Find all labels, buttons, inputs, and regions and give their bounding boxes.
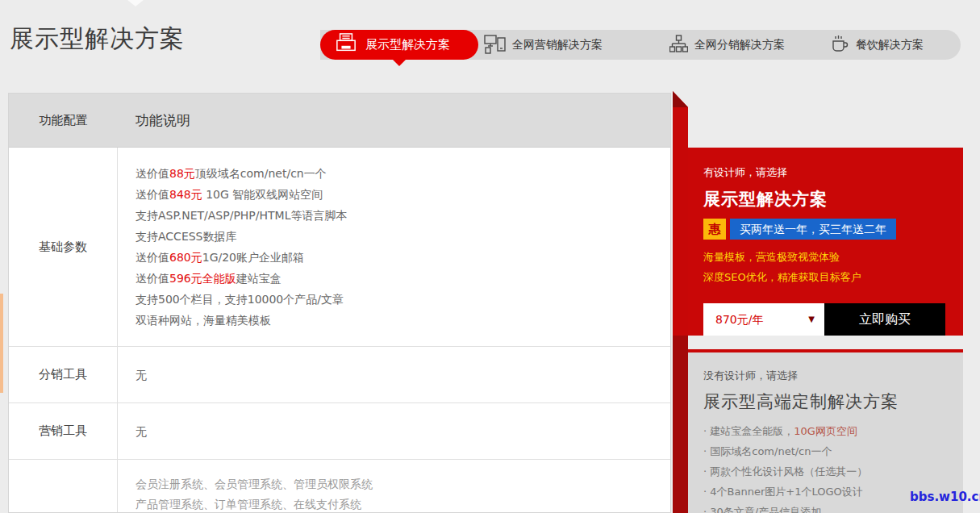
price-select[interactable]: 870元/年 ▼	[703, 303, 824, 336]
row-content: 无	[118, 347, 670, 402]
table-row: 基础参数送价值88元顶级域名com/net/cn一个送价值848元 10G 智能…	[9, 148, 670, 347]
top-notch-arrow	[127, 0, 144, 6]
row-label: 基础参数	[9, 148, 118, 346]
ribbon-strip-lower	[673, 336, 688, 513]
text-segment: 支持ACCESS数据库	[136, 230, 237, 243]
bullet-item: · 国际域名com/net/cn一个	[703, 441, 963, 461]
tab-label: 全网分销解决方案	[694, 38, 785, 52]
feature-line: 无	[136, 365, 670, 386]
table-row: 营销工具无	[9, 403, 670, 460]
offer-title: 展示型解决方案	[703, 188, 963, 211]
text-segment: · 30条文章/产品信息添加	[703, 506, 821, 513]
ribbon-fold	[673, 91, 688, 107]
watermark: bbs.w10.cn	[910, 490, 980, 504]
feature-line: 送价值848元 10G 智能双线网站空间	[136, 184, 670, 205]
tab-devices[interactable]: 全网营销解决方案	[484, 30, 603, 60]
devices-icon	[484, 34, 506, 56]
ribbon-strip	[673, 91, 688, 336]
offer-feature-list: 海量模板，营造极致视觉体验深度SEO优化，精准获取目标客户	[703, 247, 963, 287]
text-segment: · 国际域名com/net/cn一个	[703, 445, 832, 457]
text-segment: 596元全能版	[169, 272, 236, 285]
feature-line: 送价值680元1G/20账户企业邮箱	[136, 247, 670, 268]
designer-offer-panel: 有设计师，请选择 展示型解决方案 惠 买两年送一年，买三年送二年 海量模板，营造…	[688, 148, 963, 336]
text-segment: · 两款个性化设计风格（任选其一）	[703, 465, 867, 478]
chevron-down-icon: ▼	[808, 303, 815, 336]
tab-cup[interactable]: 餐饮解决方案	[831, 30, 924, 60]
table-header-config: 功能配置	[9, 94, 118, 147]
active-tab-pointer	[392, 59, 407, 66]
buy-now-button[interactable]: 立即购买	[824, 303, 945, 336]
bullet-item: · 建站宝盒全能版，10G网页空间	[703, 421, 963, 441]
promo-text-badge: 买两年送一年，买三年送二年	[730, 219, 896, 240]
tab-label: 餐饮解决方案	[856, 38, 924, 52]
feature-line: 会员注册系统、会员管理系统、管理员权限系统	[136, 474, 670, 494]
text-segment: 680元	[169, 251, 202, 264]
custom-title: 展示型高端定制解决方案	[703, 390, 963, 413]
feature-line: 支持ACCESS数据库	[136, 226, 670, 247]
text-segment: 88元	[169, 167, 195, 180]
row-content: 送价值88元顶级域名com/net/cn一个送价值848元 10G 智能双线网站…	[118, 148, 670, 346]
sitemap-icon	[669, 35, 688, 56]
price-select-value: 870元/年	[703, 303, 824, 336]
custom-offer-panel: 没有设计师，请选择 展示型高端定制解决方案 · 建站宝盒全能版，10G网页空间·…	[688, 349, 963, 513]
promo-badge-row: 惠 买两年送一年，买三年送二年	[703, 219, 963, 240]
page: 展示型解决方案 全网营销解决方案全网分销解决方案餐饮解决方案 展示型解决方案 功…	[0, 0, 980, 513]
row-label	[9, 460, 118, 513]
row-content: 无	[118, 403, 670, 459]
tab-display-solution[interactable]: 展示型解决方案	[320, 30, 478, 60]
left-edge-strip	[0, 294, 3, 393]
feature-line: 送价值596元全能版建站宝盒	[136, 268, 670, 289]
tab-sitemap[interactable]: 全网分销解决方案	[669, 30, 785, 60]
tab-label: 全网营销解决方案	[512, 38, 603, 52]
offer-feature: 深度SEO优化，精准获取目标客户	[703, 267, 963, 287]
text-segment: 无	[136, 425, 147, 438]
feature-table: 功能配置 功能说明 基础参数送价值88元顶级域名com/net/cn一个送价值8…	[8, 93, 671, 513]
table-row: 分销工具无	[9, 347, 670, 403]
text-segment: 10G 智能双线网站空间	[202, 188, 323, 201]
row-content: 会员注册系统、会员管理系统、管理员权限系统产品管理系统、订单管理系统、在线支付系…	[118, 460, 670, 513]
feature-line: 产品管理系统、订单管理系统、在线支付系统	[136, 494, 670, 513]
text-segment: 送价值	[136, 167, 169, 180]
tab-active-label: 展示型解决方案	[365, 37, 450, 52]
text-segment: 10G网页空间	[794, 425, 857, 437]
feature-line: 无	[136, 421, 670, 442]
text-segment: 建站宝盒	[236, 272, 281, 285]
table-header-description: 功能说明	[118, 94, 670, 147]
text-segment: 双语种网站，海量精美模板	[136, 314, 271, 327]
text-segment: 支持ASP.NET/ASP/PHP/HTML等语言脚本	[136, 209, 347, 222]
discount-badge: 惠	[703, 219, 726, 240]
feature-line: 双语种网站，海量精美模板	[136, 310, 670, 331]
text-segment: 848元	[169, 188, 202, 201]
purchase-row: 870元/年 ▼ 立即购买	[703, 303, 945, 336]
text-segment: 1G/20账户企业邮箱	[202, 251, 304, 264]
page-title: 展示型解决方案	[10, 23, 185, 56]
text-segment: 会员注册系统、会员管理系统、管理员权限系统	[136, 478, 373, 490]
text-segment: 送价值	[136, 251, 169, 264]
text-segment: · 4个Banner图片+1个LOGO设计	[703, 486, 863, 498]
feature-line: 支持ASP.NET/ASP/PHP/HTML等语言脚本	[136, 205, 670, 226]
cup-icon	[831, 35, 849, 56]
row-label: 营销工具	[9, 403, 118, 459]
text-segment: 送价值	[136, 188, 169, 201]
text-segment: 顶级域名com/net/cn一个	[195, 167, 327, 180]
feature-line: 送价值88元顶级域名com/net/cn一个	[136, 163, 670, 184]
printer-icon	[335, 33, 357, 57]
bullet-item: · 两款个性化设计风格（任选其一）	[703, 461, 963, 482]
text-segment: · 建站宝盒全能版，	[703, 425, 794, 437]
custom-kicker: 没有设计师，请选择	[703, 369, 963, 383]
text-segment: 产品管理系统、订单管理系统、在线支付系统	[136, 498, 361, 511]
table-row: 会员注册系统、会员管理系统、管理员权限系统产品管理系统、订单管理系统、在线支付系…	[9, 460, 670, 513]
feature-line: 支持500个栏目，支持10000个产品/文章	[136, 289, 670, 310]
row-label: 分销工具	[9, 347, 118, 402]
text-segment: 无	[136, 369, 147, 382]
text-segment: 送价值	[136, 272, 169, 285]
table-header-row: 功能配置 功能说明	[9, 94, 670, 148]
offer-feature: 海量模板，营造极致视觉体验	[703, 247, 963, 267]
table-body: 基础参数送价值88元顶级域名com/net/cn一个送价值848元 10G 智能…	[9, 148, 670, 513]
text-segment: 支持500个栏目，支持10000个产品/文章	[136, 293, 344, 306]
offer-kicker: 有设计师，请选择	[703, 165, 963, 180]
